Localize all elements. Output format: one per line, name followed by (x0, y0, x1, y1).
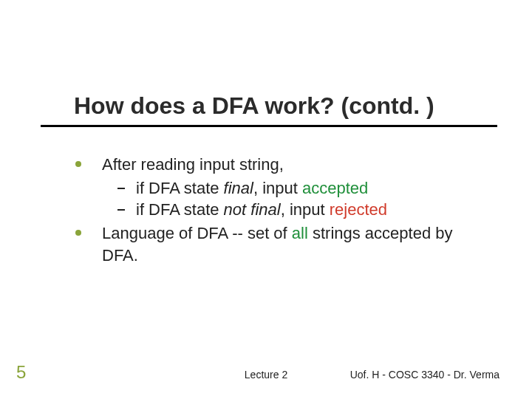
bullet-icon (75, 230, 81, 236)
bullet-item: After reading input string, (75, 154, 489, 176)
slide: How does a DFA work? (contd. ) After rea… (0, 0, 532, 399)
footer-right: Uof. H - COSC 3340 - Dr. Verma (350, 369, 499, 381)
sub-text-pre: if DFA state (136, 179, 224, 197)
slide-footer: 5 Lecture 2 Uof. H - COSC 3340 - Dr. Ver… (0, 365, 532, 383)
sub-text-mid: , input (253, 179, 302, 197)
dash-icon (117, 209, 125, 211)
sub-bullet-item: if DFA state final, input accepted (75, 177, 489, 200)
sub-text-keyword: accepted (302, 179, 368, 197)
sub-text-pre: if DFA state (136, 200, 224, 219)
sub-text-keyword: rejected (330, 200, 387, 219)
sub-text-mid: , input (281, 200, 330, 219)
bullet-seg: Language of DFA -- set of (102, 224, 292, 242)
sub-text-em: not final (224, 200, 281, 219)
slide-title: How does a DFA work? (contd. ) (74, 92, 434, 120)
dash-icon (117, 188, 125, 189)
bullet-icon (75, 161, 81, 167)
sub-text-em: final (224, 179, 253, 197)
title-underline (41, 125, 497, 127)
bullet-item: Language of DFA -- set of all strings ac… (75, 222, 489, 266)
slide-body: After reading input string, if DFA state… (75, 154, 489, 267)
bullet-text: After reading input string, (102, 155, 284, 174)
bullet-seg-colored: all (292, 224, 308, 242)
sub-bullet-item: if DFA state not final, input rejected (75, 199, 489, 221)
